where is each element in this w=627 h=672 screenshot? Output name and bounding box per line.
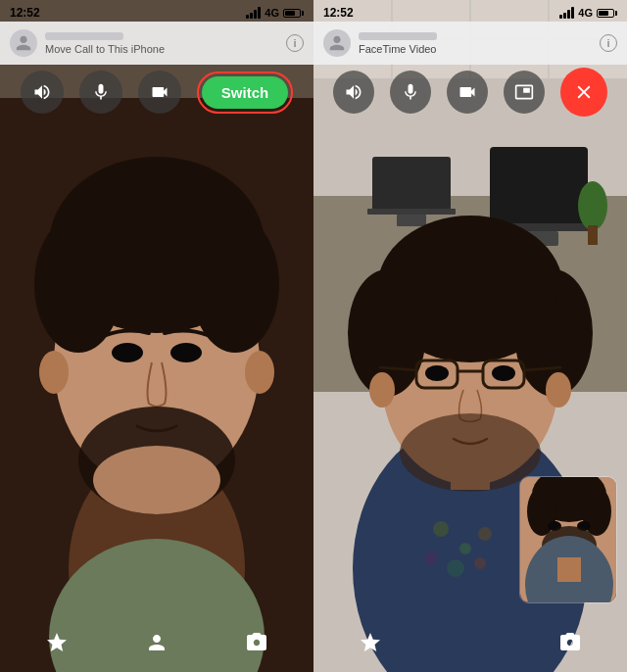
caller-avatar-left [10,29,37,57]
caller-subtitle-left: Move Call to This iPhone [45,43,278,55]
right-screen: 12:52 4G FaceTime Vid [314,0,627,672]
camera-icon-left [245,631,268,654]
svg-point-14 [245,351,274,394]
info-button-left[interactable]: i [286,34,304,52]
video-button-left[interactable] [138,71,181,114]
contacts-icon-left [145,631,169,654]
svg-point-12 [93,446,220,514]
signal-bars-right [559,7,574,19]
camera-icon-right [558,631,582,654]
svg-point-10 [170,343,202,362]
network-type-left: 4G [265,7,279,19]
svg-point-49 [369,372,395,408]
switch-button[interactable]: Switch [202,76,288,109]
video-icon-right [458,82,477,102]
star-icon-left [45,631,69,654]
video-button-right[interactable] [447,71,488,114]
svg-point-32 [447,559,464,577]
self-view-pip [519,476,617,603]
video-icon-left [150,82,169,102]
end-call-icon-right [573,81,595,103]
svg-point-9 [112,343,143,362]
controls-row-right [314,65,627,120]
mic-icon-right [401,82,420,102]
caller-bar-left: Move Call to This iPhone i [0,22,314,65]
person-avatar-icon-left [15,34,32,52]
svg-point-40 [384,250,556,358]
caller-name-placeholder-right [359,32,437,40]
caller-info-right: FaceTime Video [359,32,592,55]
svg-point-33 [474,557,486,569]
svg-point-13 [39,351,69,394]
speaker-icon-left [32,82,52,102]
svg-rect-27 [397,215,426,226]
svg-point-29 [433,521,449,537]
time-left: 12:52 [10,6,40,20]
bottom-bar-left [0,613,314,672]
caller-bar-right: FaceTime Video i [314,22,627,65]
svg-point-47 [492,365,515,381]
mute-button-left[interactable] [79,71,122,114]
svg-rect-26 [367,209,456,215]
network-type-right: 4G [578,7,593,19]
mute-button-right[interactable] [390,71,431,114]
left-screen: 12:52 4G Move Call to [0,0,314,672]
star-button-right[interactable] [353,625,388,660]
pip-button-right[interactable] [504,71,545,114]
end-call-button-right[interactable] [560,68,607,117]
battery-left [283,9,304,18]
speaker-button-right[interactable] [333,71,374,114]
caller-name-placeholder-left [45,32,123,40]
status-icons-left: 4G [246,7,304,19]
time-right: 12:52 [323,6,354,20]
status-bar-left: 12:52 4G [0,0,314,22]
svg-point-46 [425,365,449,381]
svg-rect-52 [588,225,598,245]
battery-right [597,9,617,18]
svg-point-51 [578,181,607,230]
pip-icon-right [514,82,534,102]
svg-point-50 [546,372,571,408]
bottom-bar-right [314,613,627,672]
mic-icon-left [91,82,111,102]
svg-point-8 [59,201,255,318]
star-icon-right [359,631,382,654]
svg-rect-22 [490,147,588,225]
star-button-left[interactable] [39,625,74,660]
speaker-icon-right [344,82,363,102]
info-button-right[interactable]: i [600,34,617,52]
camera-button-right[interactable] [553,625,588,660]
signal-bars-left [246,7,261,19]
person-button-left[interactable] [139,625,174,660]
person-avatar-icon-right [328,34,346,52]
status-bar-right: 12:52 4G [314,0,627,22]
caller-avatar-right [323,29,351,57]
camera-button-left[interactable] [239,625,274,660]
svg-point-30 [459,543,471,554]
status-icons-right: 4G [559,7,617,19]
switch-button-wrapper: Switch [197,72,293,114]
caller-subtitle-right: FaceTime Video [359,43,592,55]
svg-rect-25 [372,157,451,211]
speaker-button-left[interactable] [21,71,64,114]
caller-info-left: Move Call to This iPhone [45,32,278,55]
svg-point-31 [478,527,492,541]
svg-point-34 [424,552,438,565]
svg-rect-62 [557,557,581,582]
controls-row-left: Switch [0,65,314,120]
